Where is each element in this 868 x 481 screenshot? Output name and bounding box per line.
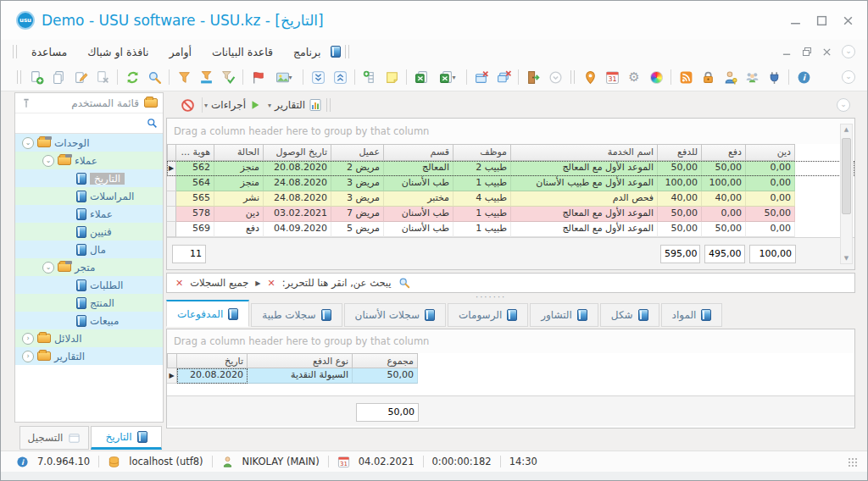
flag-icon[interactable] (248, 69, 267, 86)
tree-search-input[interactable] (20, 117, 147, 130)
tab-register[interactable]: التسجيل (19, 426, 89, 450)
actions-button[interactable]: أجراءات (208, 99, 249, 111)
tree-item-store[interactable]: ⌄متجر (15, 258, 163, 276)
info-icon[interactable]: i (794, 69, 813, 86)
column-header-employee[interactable]: موظف (453, 144, 511, 161)
grid-row[interactable]: 565 نشر 24.08.2020 مريض 3 مختبر طبيب 4 ف… (167, 191, 854, 207)
close-icon[interactable] (843, 15, 854, 26)
grid-row[interactable]: 569 دفع 04.09.2020 مريض 5 طب الأسنان طبي… (167, 222, 854, 237)
tree-item-reports[interactable]: ›التقارير (15, 347, 163, 365)
menu-commands[interactable]: أوامر (159, 43, 202, 61)
note-icon[interactable] (382, 69, 401, 86)
image-icon[interactable]: ▾ (270, 69, 298, 86)
copy-record-icon[interactable] (49, 69, 68, 86)
grid-row[interactable]: ▶ 562 منجز 20.08.2020 مريض 2 المعالج طبي… (167, 161, 854, 176)
tab-history[interactable]: التاريخ (91, 426, 162, 450)
toolbar-customize-icon[interactable]: ⌄ (842, 70, 855, 84)
filter-edit-hint[interactable]: يبحث عن, انقر هنا للتحرير: (282, 277, 392, 289)
column-header-payment-type[interactable]: نوع الدفع (248, 353, 353, 368)
collapse-node-icon[interactable]: ⌄ (42, 262, 54, 274)
filter-play-icon[interactable]: ▶ (255, 279, 260, 287)
tree-item-clients[interactable]: عملاء (15, 205, 163, 223)
minimize-icon[interactable] (790, 15, 801, 26)
user-key-icon[interactable] (721, 69, 739, 86)
delete-record-icon[interactable] (93, 69, 112, 86)
stop-icon[interactable] (178, 97, 197, 113)
column-header-service[interactable]: اسم الخدمة (511, 144, 658, 161)
expand-all-icon[interactable] (331, 69, 349, 86)
tree-item-sales[interactable]: مبيعات (15, 312, 163, 329)
add-column-icon[interactable] (360, 69, 379, 86)
more-actions-icon[interactable] (546, 69, 565, 86)
column-header-paid[interactable]: دفع (702, 144, 746, 161)
info-icon[interactable]: i (16, 456, 29, 468)
color-theme-icon[interactable] (647, 69, 665, 86)
rss-icon[interactable] (676, 69, 695, 86)
tree-item-correspondence[interactable]: المراسلات (15, 187, 163, 205)
search-icon[interactable] (145, 69, 164, 86)
column-header-date[interactable]: تاريخ (177, 353, 248, 368)
menu-database[interactable]: قاعدة البيانات (202, 43, 283, 61)
menu-program[interactable]: برنامج (283, 43, 331, 61)
tree-item-history[interactable]: التاريخ (15, 169, 163, 187)
calendar-icon[interactable]: 31 (603, 69, 621, 86)
add-record-icon[interactable] (27, 69, 46, 86)
filter-all-records[interactable]: جميع السجلات (190, 277, 248, 289)
filter-apply-icon[interactable] (197, 69, 215, 86)
resize-grip[interactable] (848, 457, 857, 467)
tree-search-icon[interactable] (147, 117, 158, 130)
mdi-restore-icon[interactable] (802, 47, 812, 57)
tab-dental-records[interactable]: سجلات الأسنان (344, 303, 446, 327)
column-header-to-pay[interactable]: للدفع (658, 144, 702, 161)
expand-node-icon[interactable]: › (22, 333, 34, 345)
tab-materials[interactable]: المواد (661, 303, 723, 327)
collapse-node-icon[interactable]: ⌄ (42, 155, 54, 167)
column-header-debt[interactable]: دين (746, 144, 795, 161)
close-window-icon[interactable] (472, 69, 491, 86)
tab-payments[interactable]: المدفوعات (166, 300, 249, 327)
tab-form[interactable]: شكل (600, 303, 659, 327)
menu-help[interactable]: مساعدة (21, 43, 77, 61)
column-header-client[interactable]: عميل (331, 144, 384, 161)
filter-icon[interactable] (175, 69, 193, 86)
maximize-icon[interactable] (816, 15, 827, 26)
column-header-total[interactable]: مجموع (353, 353, 418, 368)
column-header-department[interactable]: قسم (384, 144, 453, 161)
tab-medical-records[interactable]: سجلات طبية (251, 303, 342, 327)
column-header-status[interactable]: الحالة (214, 144, 264, 161)
tree-item-directories[interactable]: ›الدلائل (15, 329, 163, 347)
tree-item-product[interactable]: المنتج (15, 294, 163, 312)
expand-node-icon[interactable]: › (22, 351, 34, 362)
clear-search-icon[interactable]: ✕ (267, 278, 275, 289)
filter-search-icon[interactable] (398, 277, 410, 289)
close-all-windows-icon[interactable] (494, 69, 513, 86)
grid-row[interactable]: 564 منجز 24.08.2020 مريض 3 طب الأسنان طب… (167, 176, 854, 191)
pin-icon[interactable] (20, 97, 32, 109)
menu-customize-icon[interactable]: ⌄ (842, 45, 855, 58)
refresh-icon[interactable] (123, 69, 142, 86)
excel-options-icon[interactable]: ▾ (434, 69, 461, 86)
scroll-up-icon[interactable]: ▲ (841, 126, 852, 133)
collapse-all-icon[interactable] (309, 69, 327, 86)
calendar-icon[interactable]: 31 (337, 456, 350, 468)
scroll-down-icon[interactable]: ▼ (841, 255, 852, 262)
edit-record-icon[interactable] (71, 69, 90, 86)
user-group-icon[interactable] (743, 69, 761, 86)
lock-icon[interactable] (698, 69, 717, 86)
map-pin-icon[interactable] (581, 69, 599, 86)
mdi-minimize-icon[interactable] (782, 47, 792, 57)
scrollbar-thumb[interactable] (842, 138, 851, 214)
excel-export-icon[interactable] (412, 69, 431, 86)
tree-item-orders[interactable]: الطلبات (15, 276, 163, 294)
collapse-node-icon[interactable]: ⌄ (22, 137, 34, 149)
column-header-id[interactable]: هوية ... (176, 144, 214, 161)
column-header-arrival-date[interactable]: تاريخ الوصول (264, 144, 331, 161)
tab-consultation[interactable]: التشاور (530, 303, 598, 327)
doctb-customize-icon[interactable]: ⌄ (837, 98, 850, 112)
tree-item-clients-group[interactable]: ⌄عملاء (15, 152, 163, 169)
tree-item-money[interactable]: مال (15, 240, 163, 258)
mdi-close-icon[interactable] (822, 47, 832, 57)
tree-item-modules[interactable]: ⌄الوحدات (15, 134, 163, 152)
filter-check-icon[interactable] (219, 69, 237, 86)
tab-drawings[interactable]: الرسومات (448, 303, 528, 327)
